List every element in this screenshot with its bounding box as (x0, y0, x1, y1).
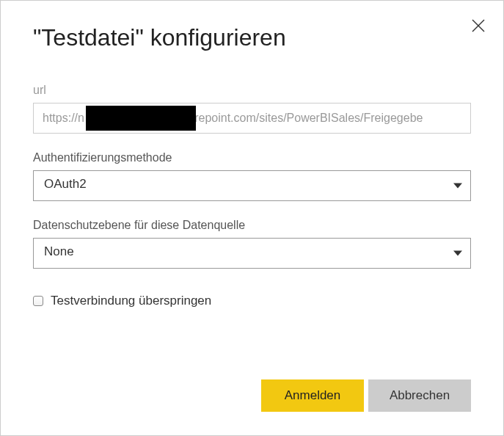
url-label: url (33, 84, 471, 97)
auth-label: Authentifizierungsmethode (33, 151, 471, 164)
configure-dialog: "Testdatei" konfigurieren url Authentifi… (0, 0, 504, 436)
dialog-title: "Testdatei" konfigurieren (33, 24, 471, 51)
privacy-selected-value: None (44, 244, 74, 258)
url-input[interactable] (33, 103, 471, 134)
url-input-wrap (33, 103, 471, 134)
cancel-button[interactable]: Abbrechen (368, 379, 471, 412)
skip-test-checkbox[interactable] (33, 296, 43, 306)
auth-select[interactable]: OAuth2 (33, 170, 471, 201)
url-field: url (33, 84, 471, 134)
signin-button[interactable]: Anmelden (261, 379, 364, 412)
privacy-select[interactable]: None (33, 238, 471, 269)
privacy-label: Datenschutzebene für diese Datenquelle (33, 219, 471, 232)
dialog-buttons: Anmelden Abbrechen (261, 379, 471, 412)
privacy-select-wrap: None (33, 238, 471, 269)
skip-test-row: Testverbindung überspringen (33, 294, 471, 308)
privacy-field: Datenschutzebene für diese Datenquelle N… (33, 219, 471, 269)
auth-select-wrap: OAuth2 (33, 170, 471, 201)
auth-field: Authentifizierungsmethode OAuth2 (33, 151, 471, 201)
skip-test-label: Testverbindung überspringen (51, 294, 211, 308)
close-icon[interactable] (471, 18, 486, 33)
auth-selected-value: OAuth2 (44, 177, 87, 191)
